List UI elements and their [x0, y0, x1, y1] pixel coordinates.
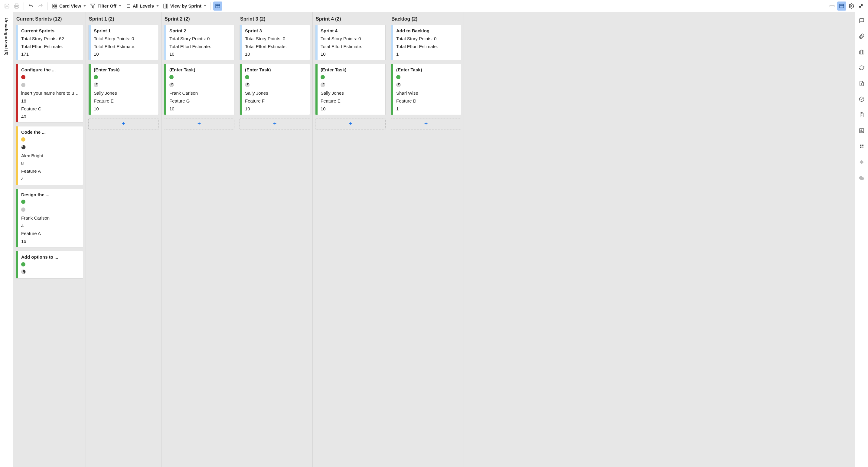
proofs-button[interactable]	[858, 48, 866, 56]
task-title: (Enter Task)	[94, 66, 155, 73]
task-card[interactable]: (Enter Task)Sally JonesFeature F10	[240, 64, 310, 115]
apps-button[interactable]	[858, 142, 866, 151]
status-dot	[320, 75, 325, 79]
status-dot	[21, 137, 25, 142]
task-assignee: Sally Jones	[320, 90, 382, 96]
board-column: Current Sprints (12)Current SprintsTotal…	[13, 12, 86, 467]
svg-rect-21	[840, 4, 844, 8]
uncategorized-lane[interactable]: Uncategorized (3)	[0, 12, 13, 467]
activity-icon	[859, 96, 864, 102]
task-card[interactable]: Design the ...Frank Carlson4Feature A16	[16, 189, 83, 247]
add-card-button[interactable]: +	[88, 119, 159, 129]
progress-pie-icon	[94, 83, 98, 87]
add-card-button[interactable]: +	[164, 119, 235, 129]
levels-label: All Levels	[133, 3, 154, 8]
task-title: Code the ...	[21, 129, 80, 135]
view-by-dropdown[interactable]: View by Sprint	[161, 1, 208, 10]
task-card[interactable]: (Enter Task)Frank CarlsonFeature G10	[164, 64, 235, 115]
summary-points: Total Story Points: 0	[94, 35, 155, 42]
briefcase-icon	[859, 49, 864, 55]
layout-full-button[interactable]	[837, 1, 846, 10]
column-header[interactable]: Current Sprints (12)	[13, 12, 86, 25]
settings-button[interactable]	[847, 1, 856, 10]
task-card[interactable]: (Enter Task)Sally JonesFeature E10	[315, 64, 385, 115]
compact-view-toggle[interactable]	[213, 1, 222, 10]
summary-card[interactable]: Sprint 3Total Story Points: 0Total Effor…	[240, 25, 310, 60]
undo-button[interactable]	[26, 1, 35, 10]
task-effort: 16	[21, 238, 80, 245]
task-card[interactable]: (Enter Task)Sally JonesFeature E10	[88, 64, 159, 115]
task-points: 4	[21, 223, 80, 229]
add-card-button[interactable]: +	[315, 119, 385, 129]
task-card[interactable]: Configure the ...insert your name here t…	[16, 64, 83, 123]
summary-effort-label: Total Effort Estimate:	[245, 43, 307, 50]
uncategorized-label: Uncategorized (3)	[4, 18, 9, 56]
chart-button[interactable]	[858, 126, 866, 135]
save-button[interactable]	[2, 1, 11, 10]
board-column: Backlog (2)Add to BacklogTotal Story Poi…	[388, 12, 464, 467]
task-title: Design the ...	[21, 191, 80, 198]
comments-button[interactable]	[858, 16, 866, 25]
summary-effort-value: 10	[245, 51, 307, 58]
summary-card[interactable]: Sprint 2Total Story Points: 0Total Effor…	[164, 25, 235, 60]
board: Current Sprints (12)Current SprintsTotal…	[13, 12, 855, 467]
column-header[interactable]: Sprint 4 (2)	[313, 12, 388, 25]
summary-card[interactable]: Sprint 1Total Story Points: 0Total Effor…	[88, 25, 159, 60]
gear-icon	[849, 3, 854, 9]
update-requests-button[interactable]	[858, 64, 866, 72]
task-feature: Feature E	[94, 98, 155, 104]
file-up-icon	[859, 81, 864, 86]
summary-card[interactable]: Add to BacklogTotal Story Points: 0Total…	[391, 25, 461, 60]
filter-dropdown[interactable]: Filter Off	[88, 1, 123, 10]
column-header[interactable]: Sprint 2 (2)	[161, 12, 237, 25]
attachments-button[interactable]	[858, 32, 866, 40]
task-card[interactable]: (Enter Task)Shari WiseFeature D1	[391, 64, 461, 115]
dynamic-view-button[interactable]	[858, 158, 866, 166]
column-header[interactable]: Backlog (2)	[388, 12, 464, 25]
summary-effort-value: 171	[21, 51, 80, 58]
add-card-button[interactable]: +	[391, 119, 461, 129]
column-header[interactable]: Sprint 3 (2)	[237, 12, 312, 25]
card-view-dropdown[interactable]: Card View	[50, 1, 88, 10]
task-assignee: Frank Carlson	[169, 90, 231, 96]
column-body: Sprint 1Total Story Points: 0Total Effor…	[86, 25, 161, 134]
card-stripe	[315, 25, 317, 60]
column-header[interactable]: Sprint 1 (2)	[86, 12, 161, 25]
summary-button[interactable]	[858, 111, 866, 119]
summary-card[interactable]: Current SprintsTotal Story Points: 62Tot…	[16, 25, 83, 60]
task-card[interactable]: Add options to ...	[16, 251, 83, 279]
summary-points: Total Story Points: 0	[320, 35, 382, 42]
card-stripe	[164, 25, 166, 60]
task-card[interactable]: Code the ...Alex Bright8Feature A4	[16, 126, 83, 185]
toolbar-separator	[24, 2, 24, 10]
svg-marker-41	[860, 160, 864, 164]
card-stripe	[16, 25, 18, 60]
svg-point-23	[851, 5, 852, 7]
summary-points: Total Story Points: 0	[396, 35, 458, 42]
undo-icon	[28, 3, 34, 9]
publish-button[interactable]	[858, 79, 866, 88]
task-assignee: insert your name here to us...	[21, 90, 80, 96]
layout-compact-button[interactable]	[828, 1, 837, 10]
summary-effort-value: 10	[94, 51, 155, 58]
print-button[interactable]	[12, 1, 21, 10]
card-stripe	[16, 189, 18, 247]
svg-rect-37	[860, 145, 861, 146]
levels-dropdown[interactable]: All Levels	[124, 1, 161, 10]
progress-pie-icon	[21, 270, 26, 274]
svg-line-25	[859, 6, 861, 8]
card-stripe	[16, 126, 18, 185]
task-title: (Enter Task)	[396, 66, 458, 73]
task-assignee: Shari Wise	[396, 90, 458, 96]
cloud-icon	[859, 175, 864, 181]
task-effort: 10	[320, 105, 382, 112]
activity-log-button[interactable]	[858, 95, 866, 103]
task-effort: 10	[94, 105, 155, 112]
card-stripe	[164, 64, 166, 115]
add-card-button[interactable]: +	[240, 119, 310, 129]
collapse-button[interactable]	[857, 1, 866, 10]
salesforce-button[interactable]	[858, 174, 866, 182]
redo-button[interactable]	[36, 1, 45, 10]
summary-card[interactable]: Sprint 4Total Story Points: 0Total Effor…	[315, 25, 385, 60]
status-dot	[169, 75, 174, 79]
